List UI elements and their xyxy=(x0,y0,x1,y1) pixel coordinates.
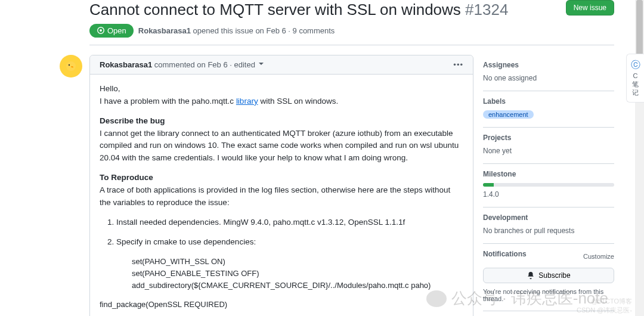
scrollbar[interactable] xyxy=(635,0,644,316)
meta-text: opened this issue on Feb 6 · 9 comments xyxy=(191,26,335,35)
duck-icon xyxy=(65,60,77,72)
library-link[interactable]: library xyxy=(236,97,258,106)
code-block-2: find_package(OpenSSL REQUIRED) xyxy=(100,299,463,311)
state-text: Open xyxy=(107,26,126,35)
svg-point-3 xyxy=(69,64,70,66)
intro-pre: I have a problem with the paho.mqtt.c xyxy=(100,97,236,106)
customize-link[interactable]: Customize xyxy=(583,253,614,260)
float-tab-text: C 笔 记 xyxy=(629,72,642,97)
sidebar-assignees[interactable]: Assignees No one assigned xyxy=(483,55,614,91)
reproduce-heading: To Reproduce xyxy=(100,173,153,182)
reproduce-text: A trace of both applications is provided… xyxy=(100,185,450,207)
sidebar-projects[interactable]: Projects None yet xyxy=(483,128,614,164)
issue-header: Cannot connect to MQTT server with SSL o… xyxy=(89,0,614,45)
comment-body: Hello, I have a problem with the paho.mq… xyxy=(90,75,473,316)
sidebar-milestone[interactable]: Milestone 1.4.0 xyxy=(483,164,614,207)
new-issue-button[interactable]: New issue xyxy=(566,0,614,16)
floating-note-tab[interactable]: ⓒ C 笔 记 xyxy=(626,54,644,103)
meta-author[interactable]: Rokasbarasa1 xyxy=(138,26,191,35)
comment-menu-button[interactable]: ••• xyxy=(453,60,463,69)
dev-value: No branches or pull requests xyxy=(483,227,614,235)
assignees-value: No one assigned xyxy=(483,74,614,82)
comment-author[interactable]: Rokasbarasa1 xyxy=(100,60,152,69)
describe-heading: Describe the bug xyxy=(100,116,165,125)
notif-heading: Notifications xyxy=(483,250,527,258)
projects-heading: Projects xyxy=(483,134,614,142)
avatar[interactable] xyxy=(60,55,82,78)
issue-open-icon xyxy=(97,26,105,35)
issue-title: Cannot connect to MQTT server with SSL o… xyxy=(89,0,508,20)
subscribe-label: Subscribe xyxy=(538,271,570,280)
sidebar-development[interactable]: Development No branches or pull requests xyxy=(483,207,614,244)
milestone-progress xyxy=(483,183,614,187)
sidebar-labels[interactable]: Labels enhancement xyxy=(483,91,614,128)
labels-heading: Labels xyxy=(483,97,614,106)
svg-point-2 xyxy=(66,61,76,71)
sidebar: Assignees No one assigned Labels enhance… xyxy=(483,55,614,316)
wechat-icon xyxy=(426,290,447,307)
code-block-1: set(PAHO_WITH_SSL ON) set(PAHO_ENABLE_TE… xyxy=(116,256,463,292)
projects-value: None yet xyxy=(483,147,614,155)
subscribe-button[interactable]: Subscribe xyxy=(483,268,614,283)
step-2: Specify in cmake to use dependencies: xyxy=(116,237,256,246)
edited-dropdown-icon[interactable] xyxy=(259,63,264,67)
comment-box: Rokasbarasa1 commented on Feb 6 · edited… xyxy=(89,55,473,316)
milestone-value[interactable]: 1.4.0 xyxy=(483,190,614,199)
step-1: Install needed dependencies. MingW 9.4.0… xyxy=(116,216,463,229)
issue-title-text: Cannot connect to MQTT server with SSL o… xyxy=(89,1,461,18)
svg-point-1 xyxy=(100,29,102,32)
corner-watermark: @51CTO博客 CSDN @讳疾忌医- xyxy=(577,297,632,315)
c-icon: ⓒ xyxy=(629,59,642,72)
label-enhancement[interactable]: enhancement xyxy=(483,110,534,119)
intro-post: with SSL on windows. xyxy=(258,97,339,106)
comment-header: Rokasbarasa1 commented on Feb 6 · edited… xyxy=(90,55,473,75)
comment-timestamp: commented on Feb 6 · edited xyxy=(152,60,257,69)
bell-icon xyxy=(527,271,535,280)
issue-number: #1324 xyxy=(465,1,508,18)
issue-meta: Rokasbarasa1 opened this issue on Feb 6 … xyxy=(138,26,335,35)
greeting: Hello, xyxy=(100,84,120,93)
assignees-heading: Assignees xyxy=(483,61,614,69)
issue-state-badge: Open xyxy=(89,24,134,38)
milestone-heading: Milestone xyxy=(483,170,614,178)
dev-heading: Development xyxy=(483,213,614,222)
describe-text: I cannot get the library connect to an a… xyxy=(100,129,459,163)
